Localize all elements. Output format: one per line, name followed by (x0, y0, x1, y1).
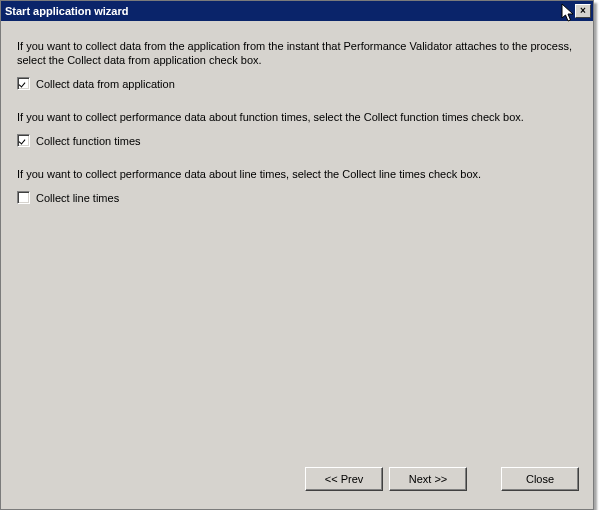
checkbox-line-times[interactable] (17, 191, 30, 204)
close-button-label: Close (526, 473, 554, 485)
section-func-times: If you want to collect performance data … (17, 110, 581, 147)
desc-func-times: If you want to collect performance data … (17, 110, 581, 124)
section-line-times: If you want to collect performance data … (17, 167, 581, 204)
wizard-window: Start application wizard × If you want t… (0, 0, 594, 510)
desc-line-times: If you want to collect performance data … (17, 167, 581, 181)
window-title: Start application wizard (5, 5, 573, 17)
checkbox-label-data-app: Collect data from application (36, 78, 175, 90)
footer-button-row: << Prev Next >> Close (1, 463, 593, 509)
prev-button-label: << Prev (325, 473, 364, 485)
checkbox-row-func-times[interactable]: Collect function times (17, 134, 581, 147)
section-data-app: If you want to collect data from the app… (17, 39, 581, 90)
next-button[interactable]: Next >> (389, 467, 467, 491)
checkbox-func-times[interactable] (17, 134, 30, 147)
checkbox-label-line-times: Collect line times (36, 192, 119, 204)
next-button-label: Next >> (409, 473, 448, 485)
checkbox-row-line-times[interactable]: Collect line times (17, 191, 581, 204)
prev-button[interactable]: << Prev (305, 467, 383, 491)
dialog-body: If you want to collect data from the app… (1, 21, 593, 463)
close-icon: × (580, 6, 586, 16)
checkbox-data-app[interactable] (17, 77, 30, 90)
desc-data-app: If you want to collect data from the app… (17, 39, 581, 67)
title-bar: Start application wizard × (1, 1, 593, 21)
checkbox-row-data-app[interactable]: Collect data from application (17, 77, 581, 90)
checkbox-label-func-times: Collect function times (36, 135, 141, 147)
window-close-button[interactable]: × (575, 4, 591, 18)
close-button[interactable]: Close (501, 467, 579, 491)
